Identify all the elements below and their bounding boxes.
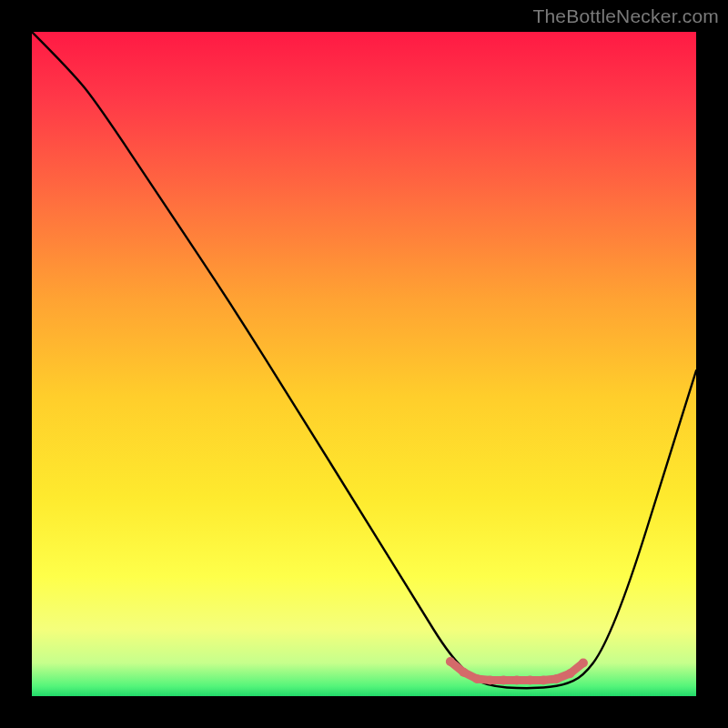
optimal-band-dot	[552, 674, 561, 683]
watermark-text: TheBottleNecker.com	[532, 5, 719, 27]
optimal-band-dot	[446, 657, 455, 666]
optimal-band-dot	[579, 659, 588, 668]
bottleneck-curve-chart	[32, 32, 696, 696]
optimal-band-dot	[460, 668, 469, 677]
optimal-band-dot	[539, 675, 548, 684]
optimal-band-dot	[486, 675, 495, 684]
optimal-band-dot	[512, 675, 521, 684]
plot-area	[32, 32, 696, 696]
gradient-background	[32, 32, 696, 696]
optimal-band-dot	[472, 674, 481, 683]
optimal-band-dot	[526, 675, 535, 684]
optimal-band-dot	[565, 669, 574, 678]
chart-frame: TheBottleNecker.com	[0, 0, 728, 728]
optimal-band-dot	[499, 675, 508, 684]
